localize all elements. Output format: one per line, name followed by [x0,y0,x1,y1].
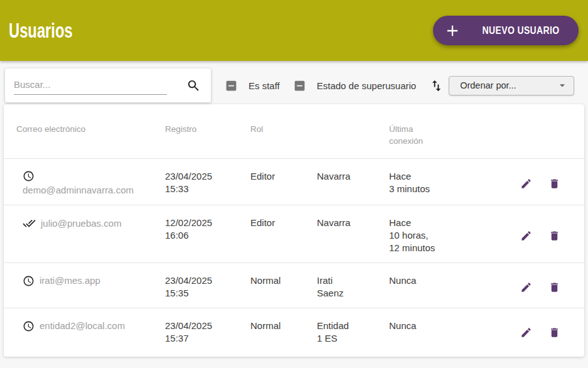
superuser-checkbox[interactable]: Estado de superusuario [293,79,416,92]
email-cell: demo@adminnavarra.com [4,170,165,197]
entity-cell: Navarra [317,170,389,183]
entity-cell: Irati Saenz [317,274,389,300]
row-actions [502,230,584,242]
indeterminate-checkbox-icon [225,79,238,92]
delete-button[interactable] [548,281,560,293]
table-row: irati@mes.app 23/04/2025 15:35 Normal Ir… [4,262,584,308]
indeterminate-checkbox-icon [293,79,306,92]
swap-vertical-icon [429,78,444,93]
header-email: Correo electrónico [4,123,165,135]
clock-icon [23,170,35,182]
new-user-button[interactable]: NUEVO USUARIO [433,16,579,45]
registered-cell: 23/04/2025 15:35 [165,274,250,300]
role-cell: Editor [250,170,317,183]
staff-checkbox-label: Es staff [249,80,280,91]
registered-cell: 23/04/2025 15:37 [165,320,250,345]
row-actions [502,281,584,293]
header-role: Rol [250,123,317,135]
user-email: demo@adminnavarra.com [23,184,134,197]
last-connection-cell: Nunca [389,320,502,332]
entity-cell: Entidad 1 ES [317,320,389,345]
users-table: Correo electrónico Registro Rol Última c… [4,104,584,357]
table-row: entidad2@local.com 23/04/2025 15:37 Norm… [4,308,584,353]
last-connection-cell: Nunca [389,274,502,287]
email-cell: julio@pruebas.com [4,217,165,230]
edit-button[interactable] [520,178,532,190]
registered-cell: 23/04/2025 15:33 [165,170,250,195]
page-title: Usuarios [9,19,73,43]
clock-icon [23,320,35,332]
row-actions [502,327,584,338]
table-row: demo@adminnavarra.com 23/04/2025 15:33 E… [4,158,584,205]
staff-checkbox[interactable]: Es staff [225,79,280,92]
delete-button[interactable] [548,327,560,338]
role-cell: Editor [250,217,317,229]
role-cell: Normal [250,320,317,332]
edit-button[interactable] [520,230,532,242]
clock-icon [23,275,35,287]
sort-by-select[interactable]: Ordenar por... [449,76,574,95]
email-cell: entidad2@local.com [4,320,165,332]
edit-button[interactable] [520,327,532,338]
user-email: irati@mes.app [40,274,100,287]
email-cell: irati@mes.app [4,274,165,287]
role-cell: Normal [250,274,317,287]
user-email: entidad2@local.com [40,320,125,332]
row-actions [502,178,584,190]
table-row: julio@pruebas.com 12/02/2025 16:06 Edito… [4,205,584,262]
registered-cell: 12/02/2025 16:06 [165,217,250,242]
search-input[interactable] [14,77,167,95]
header-last-connection: Última conexión [389,123,502,147]
header-registered: Registro [165,123,250,135]
table-header-row: Correo electrónico Registro Rol Última c… [4,104,584,158]
filter-bar: Es staff Estado de superusuario Ordenar … [0,68,588,102]
delete-button[interactable] [548,230,560,242]
search-card [5,68,211,102]
chevron-down-icon [556,79,569,92]
plus-icon [444,22,461,40]
user-email: julio@pruebas.com [41,217,122,230]
sort-direction-button[interactable] [429,78,444,93]
sort-by-select-value: Ordenar por... [460,80,556,90]
last-connection-cell: Hace 3 minutos [389,170,502,195]
double-check-icon [23,217,36,230]
last-connection-cell: Hace 10 horas, 12 minutos [389,217,502,254]
search-icon[interactable] [186,78,201,93]
entity-cell: Navarra [317,217,389,229]
new-user-button-label: NUEVO USUARIO [482,24,559,37]
app-bar: Usuarios NUEVO USUARIO [0,0,588,61]
delete-button[interactable] [548,178,560,190]
edit-button[interactable] [520,281,532,293]
superuser-checkbox-label: Estado de superusuario [317,80,416,91]
